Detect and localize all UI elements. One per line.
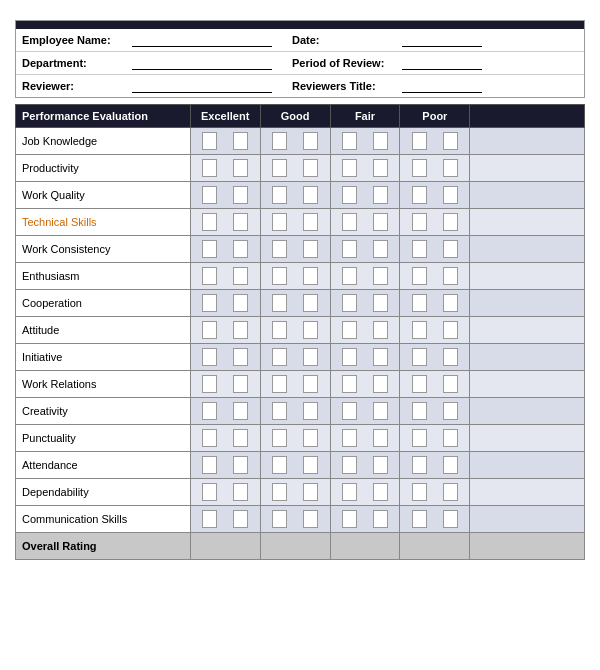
rating-cell-10-3[interactable] <box>400 398 470 425</box>
rating-cell-9-1[interactable] <box>260 371 330 398</box>
overall-rating-3[interactable] <box>400 533 470 560</box>
row-label-6: Cooperation <box>16 290 191 317</box>
rating-cell-5-0[interactable] <box>190 263 260 290</box>
rating-cell-2-0[interactable] <box>190 182 260 209</box>
col-header-4: Poor <box>400 105 470 128</box>
rating-cell-8-3[interactable] <box>400 344 470 371</box>
table-row: Communication Skills <box>16 506 585 533</box>
rating-cell-4-2[interactable] <box>330 236 400 263</box>
rating-cell-12-2[interactable] <box>330 452 400 479</box>
rating-cell-9-3[interactable] <box>400 371 470 398</box>
rating-cell-14-2[interactable] <box>330 506 400 533</box>
rating-cell-2-2[interactable] <box>330 182 400 209</box>
overall-rating-2[interactable] <box>330 533 400 560</box>
rating-cell-7-2[interactable] <box>330 317 400 344</box>
rating-cell-7-0[interactable] <box>190 317 260 344</box>
row-label-8: Initiative <box>16 344 191 371</box>
row-label-10: Creativity <box>16 398 191 425</box>
rating-cell-6-0[interactable] <box>190 290 260 317</box>
info-input-right-1[interactable] <box>402 56 482 70</box>
notes-cell-3[interactable] <box>470 209 585 236</box>
row-label-1: Productivity <box>16 155 191 182</box>
rating-cell-14-1[interactable] <box>260 506 330 533</box>
rating-cell-10-1[interactable] <box>260 398 330 425</box>
rating-cell-6-2[interactable] <box>330 290 400 317</box>
rating-cell-1-2[interactable] <box>330 155 400 182</box>
rating-cell-1-0[interactable] <box>190 155 260 182</box>
rating-cell-4-1[interactable] <box>260 236 330 263</box>
notes-cell-0[interactable] <box>470 128 585 155</box>
rating-cell-13-2[interactable] <box>330 479 400 506</box>
rating-cell-13-0[interactable] <box>190 479 260 506</box>
rating-cell-5-1[interactable] <box>260 263 330 290</box>
rating-cell-8-1[interactable] <box>260 344 330 371</box>
overall-label: Overall Rating <box>16 533 191 560</box>
rating-cell-2-1[interactable] <box>260 182 330 209</box>
rating-cell-5-2[interactable] <box>330 263 400 290</box>
rating-cell-8-2[interactable] <box>330 344 400 371</box>
table-row: Cooperation <box>16 290 585 317</box>
rating-cell-1-1[interactable] <box>260 155 330 182</box>
overall-notes[interactable] <box>470 533 585 560</box>
rating-cell-14-0[interactable] <box>190 506 260 533</box>
notes-cell-10[interactable] <box>470 398 585 425</box>
rating-cell-14-3[interactable] <box>400 506 470 533</box>
rating-cell-4-3[interactable] <box>400 236 470 263</box>
rating-cell-1-3[interactable] <box>400 155 470 182</box>
rating-cell-2-3[interactable] <box>400 182 470 209</box>
rating-cell-10-2[interactable] <box>330 398 400 425</box>
table-row: Creativity <box>16 398 585 425</box>
info-input-left-2[interactable] <box>132 79 272 93</box>
rating-cell-0-2[interactable] <box>330 128 400 155</box>
info-input-right-2[interactable] <box>402 79 482 93</box>
notes-cell-12[interactable] <box>470 452 585 479</box>
overall-rating-0[interactable] <box>190 533 260 560</box>
notes-cell-6[interactable] <box>470 290 585 317</box>
info-input-left-1[interactable] <box>132 56 272 70</box>
rating-cell-3-1[interactable] <box>260 209 330 236</box>
rating-cell-4-0[interactable] <box>190 236 260 263</box>
rating-cell-3-0[interactable] <box>190 209 260 236</box>
rating-cell-11-2[interactable] <box>330 425 400 452</box>
rating-cell-13-1[interactable] <box>260 479 330 506</box>
rating-cell-10-0[interactable] <box>190 398 260 425</box>
rating-cell-0-1[interactable] <box>260 128 330 155</box>
rating-cell-9-2[interactable] <box>330 371 400 398</box>
rating-cell-5-3[interactable] <box>400 263 470 290</box>
overall-rating-1[interactable] <box>260 533 330 560</box>
notes-cell-9[interactable] <box>470 371 585 398</box>
employee-info-section: Employee Name: Date: Department: Period … <box>15 20 585 98</box>
rating-cell-12-1[interactable] <box>260 452 330 479</box>
rating-cell-11-1[interactable] <box>260 425 330 452</box>
rating-cell-7-1[interactable] <box>260 317 330 344</box>
rating-cell-0-0[interactable] <box>190 128 260 155</box>
info-input-right-0[interactable] <box>402 33 482 47</box>
rating-cell-9-0[interactable] <box>190 371 260 398</box>
table-row: Technical Skills <box>16 209 585 236</box>
notes-cell-5[interactable] <box>470 263 585 290</box>
rating-cell-3-2[interactable] <box>330 209 400 236</box>
rating-cell-12-3[interactable] <box>400 452 470 479</box>
notes-cell-14[interactable] <box>470 506 585 533</box>
notes-cell-2[interactable] <box>470 182 585 209</box>
rating-cell-6-1[interactable] <box>260 290 330 317</box>
table-row: Attendance <box>16 452 585 479</box>
info-input-left-0[interactable] <box>132 33 272 47</box>
notes-cell-7[interactable] <box>470 317 585 344</box>
rating-cell-7-3[interactable] <box>400 317 470 344</box>
notes-cell-13[interactable] <box>470 479 585 506</box>
rating-cell-3-3[interactable] <box>400 209 470 236</box>
rating-cell-8-0[interactable] <box>190 344 260 371</box>
notes-cell-8[interactable] <box>470 344 585 371</box>
rating-cell-11-0[interactable] <box>190 425 260 452</box>
rating-cell-12-0[interactable] <box>190 452 260 479</box>
rating-cell-11-3[interactable] <box>400 425 470 452</box>
table-row: Dependability <box>16 479 585 506</box>
notes-cell-1[interactable] <box>470 155 585 182</box>
rating-cell-0-3[interactable] <box>400 128 470 155</box>
rating-cell-13-3[interactable] <box>400 479 470 506</box>
rating-cell-6-3[interactable] <box>400 290 470 317</box>
notes-cell-4[interactable] <box>470 236 585 263</box>
row-label-11: Punctuality <box>16 425 191 452</box>
notes-cell-11[interactable] <box>470 425 585 452</box>
